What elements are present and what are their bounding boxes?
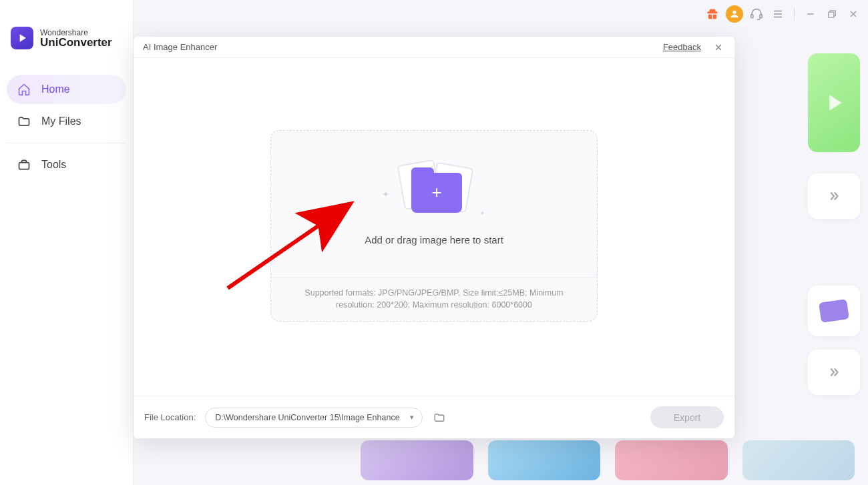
feedback-link[interactable]: Feedback xyxy=(663,42,701,52)
user-avatar-icon[interactable] xyxy=(726,5,743,23)
side-panel-card[interactable] xyxy=(808,286,860,336)
hamburger-menu-icon[interactable] xyxy=(770,6,786,22)
brand-logo-icon xyxy=(11,27,33,49)
nav-tools[interactable]: Tools xyxy=(7,150,126,179)
support-headset-icon[interactable] xyxy=(748,6,765,22)
nav-home-label: Home xyxy=(41,83,70,95)
svg-rect-0 xyxy=(751,15,753,18)
home-icon xyxy=(17,83,31,96)
nav-divider xyxy=(7,143,126,143)
folder-icon xyxy=(17,115,31,128)
brand-subtitle: Wondershare xyxy=(40,29,112,37)
svg-rect-3 xyxy=(829,12,834,17)
nav-myfiles-label: My Files xyxy=(41,115,81,127)
svg-rect-1 xyxy=(760,15,762,18)
add-folder-illustration-icon: + ✦ ✦ xyxy=(387,162,481,222)
convert-icon xyxy=(819,299,849,323)
open-folder-button[interactable] xyxy=(432,410,447,425)
export-button[interactable]: Export xyxy=(650,406,724,428)
nav-myfiles[interactable]: My Files xyxy=(7,107,126,136)
promo-card[interactable] xyxy=(808,53,860,152)
dropzone-text: Add or drag image here to start xyxy=(365,234,503,246)
ai-image-enhancer-dialog: AI Image Enhancer Feedback + ✦ ✦ Add or … xyxy=(134,37,734,438)
brand-title: UniConverter xyxy=(40,37,112,48)
side-panel-expand-1[interactable] xyxy=(808,173,860,219)
sidebar: Wondershare UniConverter Home My Files T… xyxy=(0,0,134,485)
image-dropzone[interactable]: + ✦ ✦ Add or drag image here to start Su… xyxy=(270,130,598,322)
tool-thumb-3[interactable] xyxy=(615,440,728,480)
tool-thumb-4[interactable] xyxy=(742,440,855,480)
dialog-close-icon[interactable] xyxy=(712,41,725,54)
briefcase-icon xyxy=(17,158,31,171)
brand: Wondershare UniConverter xyxy=(0,0,133,69)
tool-thumb-2[interactable] xyxy=(488,440,601,480)
maximize-icon[interactable] xyxy=(824,6,840,22)
tool-thumb-1[interactable] xyxy=(361,440,473,480)
dialog-title: AI Image Enhancer xyxy=(143,42,217,52)
minimize-icon[interactable] xyxy=(803,6,819,22)
nav-home[interactable]: Home xyxy=(7,75,126,104)
separator xyxy=(794,7,795,21)
dropzone-formats-info: Supported formats: JPG/PNG/JPEG/BMP, Siz… xyxy=(271,277,597,322)
nav-tools-label: Tools xyxy=(41,159,66,171)
file-location-value: D:\Wondershare UniConverter 15\Image Enh… xyxy=(215,413,399,422)
file-location-select[interactable]: D:\Wondershare UniConverter 15\Image Enh… xyxy=(205,408,423,428)
svg-rect-4 xyxy=(19,163,29,169)
side-panel-expand-2[interactable] xyxy=(808,350,860,395)
file-location-label: File Location: xyxy=(144,412,196,422)
gift-icon[interactable] xyxy=(704,6,720,22)
close-window-icon[interactable] xyxy=(845,6,861,22)
